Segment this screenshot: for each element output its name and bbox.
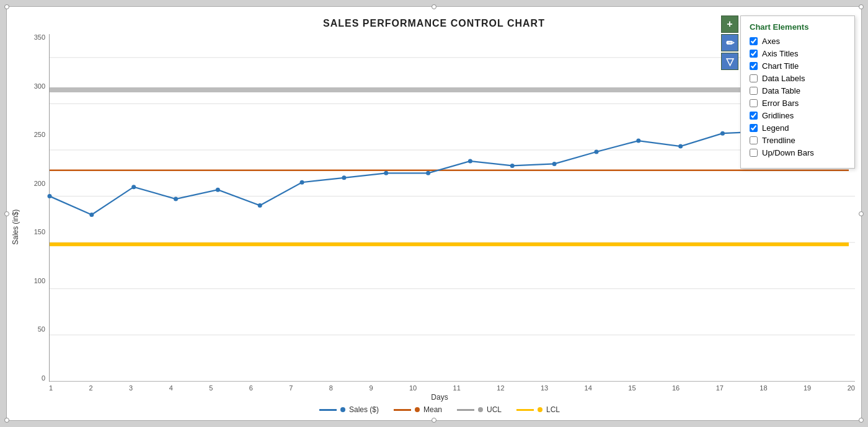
chart-wrapper: + ✏ ▽ Chart Elements AxesAxis TitlesChar…	[6, 6, 862, 421]
y-tick: 350	[34, 34, 45, 41]
handle-tr[interactable]	[859, 4, 864, 9]
checkbox-data-labels[interactable]	[750, 74, 758, 82]
panel-item-gridlines: Gridlines	[750, 111, 846, 120]
legend-dot-lcl	[538, 407, 542, 412]
svg-point-12	[89, 213, 94, 217]
legend-label: Sales ($)	[349, 405, 379, 414]
checkbox-data-table[interactable]	[750, 87, 758, 95]
y-tick: 250	[34, 131, 45, 138]
x-tick: 19	[804, 384, 811, 392]
legend-item-mean: Mean	[394, 405, 442, 414]
checkbox-up-down-bars[interactable]	[750, 149, 758, 157]
handle-br[interactable]	[859, 418, 864, 423]
chart-area: 350300250200150100500 123456789101112131…	[24, 34, 855, 420]
handle-mr[interactable]	[859, 211, 864, 216]
x-tick: 2	[89, 384, 93, 392]
x-tick: 17	[716, 384, 724, 392]
x-tick: 10	[409, 384, 417, 392]
handle-bl[interactable]	[4, 418, 9, 423]
handle-tc[interactable]	[432, 4, 436, 9]
x-tick: 5	[209, 384, 213, 392]
legend-item-lcl: LCL	[516, 405, 560, 414]
x-axis-label: Days	[24, 393, 855, 402]
x-tick: 16	[672, 384, 680, 392]
panel-item-label: Data Labels	[762, 74, 805, 83]
svg-point-18	[342, 175, 346, 180]
chart-svg	[50, 34, 855, 381]
panel-item-label: Axis Titles	[762, 49, 799, 58]
handle-ml[interactable]	[4, 211, 9, 216]
chart-filter-button[interactable]: ▽	[721, 53, 738, 70]
svg-point-16	[258, 203, 262, 208]
chart-body: Sales (in$) 350300250200150100500 123456…	[7, 34, 861, 420]
legend-item-ucl: UCL	[457, 405, 502, 414]
handle-tl[interactable]	[4, 4, 9, 9]
x-tick: 3	[129, 384, 133, 392]
checkbox-axis-titles[interactable]	[750, 50, 758, 58]
legend-line-ucl	[457, 409, 474, 411]
x-tick: 18	[760, 384, 767, 392]
checkbox-gridlines[interactable]	[750, 112, 758, 120]
svg-point-21	[468, 159, 472, 163]
x-tick: 4	[169, 384, 173, 392]
legend-item-sales----: Sales ($)	[319, 405, 379, 414]
handle-bc[interactable]	[432, 418, 436, 423]
x-tick: 14	[585, 384, 592, 392]
checkbox-axes[interactable]	[750, 37, 758, 45]
panel-item-error-bars: Error Bars	[750, 99, 846, 108]
checkbox-legend[interactable]	[750, 124, 758, 132]
legend-label: UCL	[487, 405, 502, 414]
x-tick: 20	[848, 384, 855, 392]
chart-style-button[interactable]: ✏	[721, 34, 738, 51]
add-chart-element-button[interactable]: +	[721, 15, 738, 33]
x-tick: 13	[541, 384, 548, 392]
plot-and-yaxis: 350300250200150100500	[24, 34, 855, 382]
checkbox-trendline[interactable]	[750, 136, 758, 144]
svg-point-27	[720, 131, 725, 136]
panel-item-trendline: Trendline	[750, 136, 846, 145]
outer-container: + ✏ ▽ Chart Elements AxesAxis TitlesChar…	[0, 0, 868, 427]
x-tick: 12	[497, 384, 504, 392]
panel-item-chart-title: Chart Title	[750, 61, 846, 71]
panel-item-label: Up/Down Bars	[762, 148, 814, 157]
legend-dot-sales----	[340, 407, 345, 412]
panel-item-label: Legend	[762, 123, 789, 133]
panel-item-up-down-bars: Up/Down Bars	[750, 148, 846, 157]
x-tick: 1	[49, 384, 53, 392]
svg-point-13	[131, 185, 136, 189]
x-tick: 8	[329, 384, 333, 392]
y-ticks: 350300250200150100500	[24, 34, 49, 382]
x-axis-area: 1234567891011121314151617181920	[49, 382, 855, 392]
chart-elements-panel: Chart Elements AxesAxis TitlesChart Titl…	[740, 15, 855, 169]
svg-point-22	[510, 164, 515, 168]
panel-item-label: Gridlines	[762, 111, 794, 120]
svg-point-23	[552, 162, 557, 166]
svg-point-15	[216, 188, 220, 192]
y-tick: 0	[42, 375, 45, 382]
svg-point-11	[48, 194, 52, 198]
x-tick: 7	[289, 384, 293, 392]
panel-item-label: Chart Title	[762, 61, 799, 71]
legend-line-mean	[394, 409, 411, 411]
side-toolbar: + ✏ ▽	[721, 15, 738, 70]
checkbox-error-bars[interactable]	[750, 99, 758, 107]
y-tick: 150	[34, 229, 45, 236]
panel-item-axis-titles: Axis Titles	[750, 49, 846, 58]
legend-label: Mean	[423, 405, 442, 414]
y-tick: 200	[34, 180, 45, 187]
y-tick: 50	[38, 326, 45, 333]
legend-dot-ucl	[478, 407, 483, 412]
panel-title: Chart Elements	[750, 22, 846, 32]
panel-items-container: AxesAxis TitlesChart TitleData LabelsDat…	[750, 37, 846, 157]
panel-item-label: Error Bars	[762, 99, 799, 108]
x-tick: 11	[453, 384, 461, 392]
panel-item-data-labels: Data Labels	[750, 74, 846, 83]
x-tick: 9	[369, 384, 373, 392]
svg-point-26	[678, 144, 683, 149]
panel-item-data-table: Data Table	[750, 86, 846, 95]
y-axis-label: Sales (in$)	[7, 34, 24, 420]
legend-line-lcl	[516, 409, 534, 411]
svg-point-19	[384, 171, 388, 175]
checkbox-chart-title[interactable]	[750, 62, 758, 70]
panel-item-label: Trendline	[762, 136, 795, 145]
